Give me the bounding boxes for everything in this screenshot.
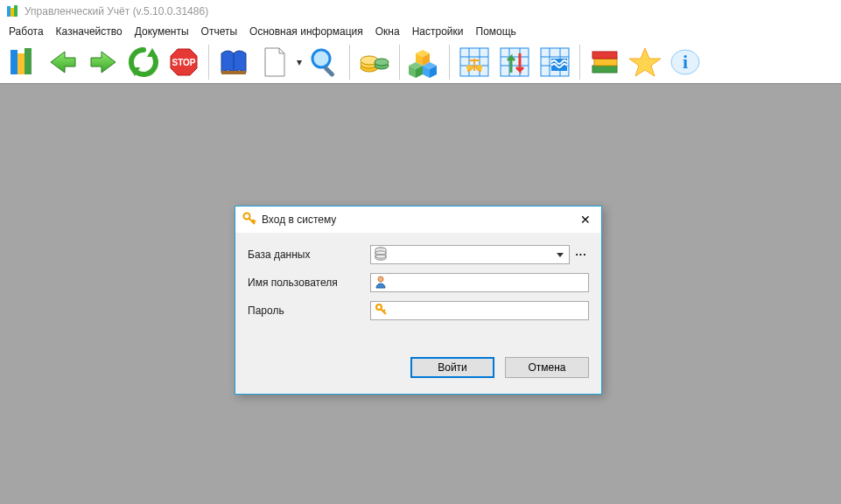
new-document-icon[interactable] xyxy=(255,43,293,81)
username-input[interactable] xyxy=(390,276,585,290)
cubes-icon[interactable] xyxy=(405,43,444,81)
svg-text:i: i xyxy=(683,51,688,73)
balance-grid-icon[interactable] xyxy=(455,43,494,81)
toolbar-separator xyxy=(399,45,400,80)
database-browse-button[interactable]: ··· xyxy=(573,248,589,261)
toolbar-separator xyxy=(579,45,580,80)
new-document-dropdown-icon[interactable]: ▾ xyxy=(295,56,304,68)
back-arrow-icon[interactable] xyxy=(44,43,82,81)
svg-rect-2 xyxy=(14,5,18,17)
svg-point-31 xyxy=(477,65,482,70)
login-button[interactable]: Войти xyxy=(410,357,494,378)
waves-grid-icon[interactable] xyxy=(536,43,574,81)
app-icon xyxy=(5,4,19,18)
info-icon[interactable]: i xyxy=(666,43,704,81)
arrows-grid-icon[interactable] xyxy=(495,43,534,81)
menu-item-reports[interactable]: Отчеты xyxy=(196,24,242,39)
toolbar-separator xyxy=(349,45,350,80)
database-icon xyxy=(375,247,387,263)
svg-rect-4 xyxy=(18,53,25,74)
key-icon xyxy=(375,303,387,319)
login-dialog-body: База данных ··· Имя пользователя xyxy=(235,233,601,329)
search-icon[interactable] xyxy=(305,43,344,81)
menu-item-docs[interactable]: Документы xyxy=(130,24,194,39)
cancel-button[interactable]: Отмена xyxy=(505,357,589,378)
menu-item-info[interactable]: Основная информация xyxy=(244,24,368,39)
database-label: База данных xyxy=(248,248,370,261)
close-icon[interactable]: ✕ xyxy=(577,213,594,227)
username-field[interactable] xyxy=(370,273,589,292)
database-value[interactable] xyxy=(390,248,553,262)
menu-item-windows[interactable]: Окна xyxy=(370,24,405,39)
svg-rect-5 xyxy=(25,48,32,74)
password-input[interactable] xyxy=(390,304,585,318)
toolbar-separator xyxy=(449,45,450,80)
money-icon[interactable] xyxy=(355,43,394,81)
login-dialog-titlebar: Вход в систему ✕ xyxy=(235,206,601,233)
svg-rect-1 xyxy=(11,8,14,17)
svg-point-30 xyxy=(466,65,472,70)
svg-rect-8 xyxy=(221,71,246,74)
menu-item-treasury[interactable]: Казначейство xyxy=(51,24,128,39)
refresh-icon[interactable] xyxy=(124,43,163,81)
svg-point-15 xyxy=(375,59,389,66)
svg-rect-43 xyxy=(592,66,617,73)
password-label: Пароль xyxy=(248,304,370,317)
login-dialog: Вход в систему ✕ База данных xyxy=(235,206,602,395)
toolbar: STOP ▾ xyxy=(0,40,841,84)
main-window: Управленческий Учёт (v.5.10.0.31486) Раб… xyxy=(0,0,841,504)
username-label: Имя пользователя xyxy=(248,276,370,289)
window-title: Управленческий Учёт (v.5.10.0.31486) xyxy=(25,5,208,18)
svg-rect-0 xyxy=(7,6,11,17)
login-dialog-buttons: Войти Отмена xyxy=(235,345,601,390)
chevron-down-icon[interactable] xyxy=(557,253,564,257)
titlebar: Управленческий Учёт (v.5.10.0.31486) xyxy=(0,0,841,23)
forward-arrow-icon[interactable] xyxy=(84,43,123,81)
star-icon[interactable] xyxy=(626,43,664,81)
toolbar-app-icon[interactable] xyxy=(4,43,42,81)
login-dialog-title: Вход в систему xyxy=(262,214,336,226)
menu-item-help[interactable]: Помощь xyxy=(471,24,522,39)
book-icon[interactable] xyxy=(214,43,253,81)
svg-point-9 xyxy=(312,50,330,67)
key-icon xyxy=(242,212,256,228)
database-dropdown[interactable] xyxy=(370,245,570,264)
svg-rect-32 xyxy=(501,48,529,76)
workarea: Вход в систему ✕ База данных xyxy=(0,84,841,504)
svg-rect-44 xyxy=(594,59,617,66)
svg-rect-3 xyxy=(11,50,18,74)
svg-rect-10 xyxy=(323,66,334,77)
svg-point-52 xyxy=(378,276,383,282)
user-icon xyxy=(375,275,387,291)
menubar: Работа Казначейство Документы Отчеты Осн… xyxy=(0,23,841,40)
menu-item-work[interactable]: Работа xyxy=(4,24,49,39)
books-stack-icon[interactable] xyxy=(585,43,624,81)
svg-rect-45 xyxy=(592,52,617,59)
stop-icon[interactable]: STOP xyxy=(165,43,203,81)
svg-text:STOP: STOP xyxy=(172,58,195,67)
menu-item-settings[interactable]: Настройки xyxy=(407,24,469,39)
toolbar-separator xyxy=(208,45,209,80)
password-field[interactable] xyxy=(370,301,589,320)
